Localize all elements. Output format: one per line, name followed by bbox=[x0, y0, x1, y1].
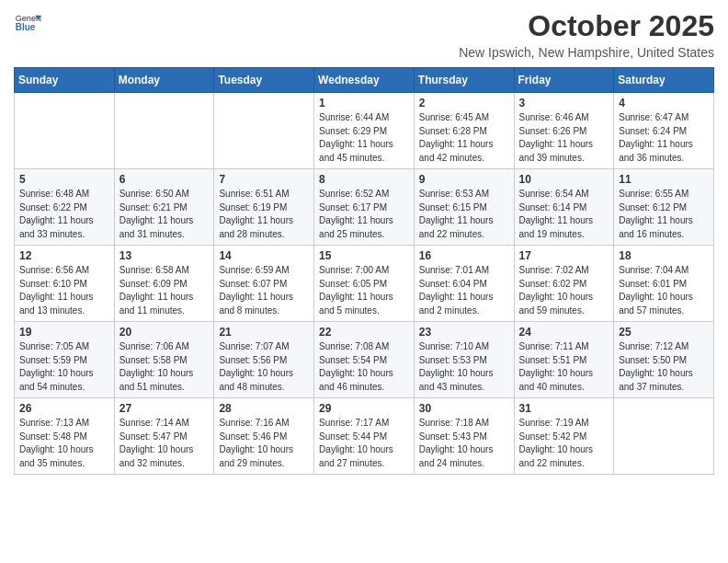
calendar-cell: 22 Sunrise: 7:08 AMSunset: 5:54 PMDaylig… bbox=[314, 322, 415, 398]
day-info: Sunrise: 7:12 AMSunset: 5:50 PMDaylight:… bbox=[619, 340, 709, 394]
calendar-cell: 29 Sunrise: 7:17 AMSunset: 5:44 PMDaylig… bbox=[314, 398, 415, 475]
month-title: October 2025 bbox=[459, 9, 714, 43]
weekday-header-thursday: Thursday bbox=[414, 68, 514, 93]
calendar-cell: 23 Sunrise: 7:10 AMSunset: 5:53 PMDaylig… bbox=[414, 322, 514, 398]
svg-text:Blue: Blue bbox=[16, 22, 36, 32]
day-number: 23 bbox=[419, 326, 509, 339]
location-title: New Ipswich, New Hampshire, United State… bbox=[459, 45, 714, 60]
day-number: 12 bbox=[19, 249, 109, 262]
week-row-0: 1 Sunrise: 6:44 AMSunset: 6:29 PMDayligh… bbox=[15, 93, 714, 169]
day-number: 4 bbox=[619, 97, 709, 109]
day-number: 3 bbox=[519, 97, 609, 109]
day-info: Sunrise: 7:19 AMSunset: 5:42 PMDaylight:… bbox=[519, 417, 609, 470]
weekday-header-sunday: Sunday bbox=[15, 68, 115, 93]
day-info: Sunrise: 6:52 AMSunset: 6:17 PMDaylight:… bbox=[319, 188, 409, 241]
calendar-cell: 5 Sunrise: 6:48 AMSunset: 6:22 PMDayligh… bbox=[15, 169, 115, 246]
day-info: Sunrise: 6:50 AMSunset: 6:21 PMDaylight:… bbox=[119, 188, 210, 241]
logo: General Blue bbox=[14, 9, 41, 37]
day-info: Sunrise: 6:48 AMSunset: 6:22 PMDaylight:… bbox=[19, 188, 109, 241]
day-info: Sunrise: 6:44 AMSunset: 6:29 PMDaylight:… bbox=[319, 111, 409, 165]
calendar-cell: 13 Sunrise: 6:58 AMSunset: 6:09 PMDaylig… bbox=[114, 246, 214, 322]
day-info: Sunrise: 7:11 AMSunset: 5:51 PMDaylight:… bbox=[519, 340, 609, 394]
calendar-cell: 4 Sunrise: 6:47 AMSunset: 6:24 PMDayligh… bbox=[614, 93, 714, 169]
weekday-header-monday: Monday bbox=[114, 68, 214, 93]
day-info: Sunrise: 7:13 AMSunset: 5:48 PMDaylight:… bbox=[19, 417, 109, 470]
calendar-cell: 17 Sunrise: 7:02 AMSunset: 6:02 PMDaylig… bbox=[514, 246, 614, 322]
day-number: 2 bbox=[419, 97, 509, 109]
day-number: 22 bbox=[319, 326, 409, 339]
calendar-cell: 6 Sunrise: 6:50 AMSunset: 6:21 PMDayligh… bbox=[114, 169, 214, 246]
weekday-header-tuesday: Tuesday bbox=[214, 68, 314, 93]
calendar-cell: 20 Sunrise: 7:06 AMSunset: 5:58 PMDaylig… bbox=[114, 322, 214, 398]
day-number: 1 bbox=[319, 97, 409, 109]
day-number: 10 bbox=[519, 173, 609, 186]
calendar-cell: 28 Sunrise: 7:16 AMSunset: 5:46 PMDaylig… bbox=[214, 398, 314, 475]
calendar-cell: 21 Sunrise: 7:07 AMSunset: 5:56 PMDaylig… bbox=[214, 322, 314, 398]
day-info: Sunrise: 6:46 AMSunset: 6:26 PMDaylight:… bbox=[519, 111, 609, 165]
calendar-table: SundayMondayTuesdayWednesdayThursdayFrid… bbox=[14, 67, 714, 475]
calendar-cell bbox=[614, 398, 714, 475]
day-number: 20 bbox=[119, 326, 210, 339]
calendar-cell: 9 Sunrise: 6:53 AMSunset: 6:15 PMDayligh… bbox=[414, 169, 514, 246]
calendar-cell: 14 Sunrise: 6:59 AMSunset: 6:07 PMDaylig… bbox=[214, 246, 314, 322]
weekday-header-saturday: Saturday bbox=[614, 68, 714, 93]
day-info: Sunrise: 7:08 AMSunset: 5:54 PMDaylight:… bbox=[319, 340, 409, 394]
day-number: 16 bbox=[419, 249, 509, 262]
day-info: Sunrise: 7:18 AMSunset: 5:43 PMDaylight:… bbox=[419, 417, 509, 470]
day-info: Sunrise: 7:14 AMSunset: 5:47 PMDaylight:… bbox=[119, 417, 210, 470]
calendar-cell: 8 Sunrise: 6:52 AMSunset: 6:17 PMDayligh… bbox=[314, 169, 415, 246]
logo-icon: General Blue bbox=[14, 9, 41, 37]
week-row-2: 12 Sunrise: 6:56 AMSunset: 6:10 PMDaylig… bbox=[15, 246, 714, 322]
day-number: 26 bbox=[19, 402, 109, 415]
calendar-cell: 11 Sunrise: 6:55 AMSunset: 6:12 PMDaylig… bbox=[614, 169, 714, 246]
day-number: 18 bbox=[619, 249, 709, 262]
day-info: Sunrise: 6:47 AMSunset: 6:24 PMDaylight:… bbox=[619, 111, 709, 165]
day-info: Sunrise: 6:51 AMSunset: 6:19 PMDaylight:… bbox=[219, 188, 309, 241]
day-number: 7 bbox=[219, 173, 309, 186]
day-info: Sunrise: 6:59 AMSunset: 6:07 PMDaylight:… bbox=[219, 264, 309, 317]
calendar-cell: 12 Sunrise: 6:56 AMSunset: 6:10 PMDaylig… bbox=[15, 246, 115, 322]
day-number: 6 bbox=[119, 173, 210, 186]
day-info: Sunrise: 7:17 AMSunset: 5:44 PMDaylight:… bbox=[319, 417, 409, 470]
day-number: 27 bbox=[119, 402, 210, 415]
week-row-3: 19 Sunrise: 7:05 AMSunset: 5:59 PMDaylig… bbox=[15, 322, 714, 398]
day-number: 19 bbox=[19, 326, 109, 339]
day-number: 5 bbox=[19, 173, 109, 186]
day-info: Sunrise: 7:10 AMSunset: 5:53 PMDaylight:… bbox=[419, 340, 509, 394]
day-number: 9 bbox=[419, 173, 509, 186]
day-number: 25 bbox=[619, 326, 709, 339]
day-info: Sunrise: 7:07 AMSunset: 5:56 PMDaylight:… bbox=[219, 340, 309, 394]
week-row-1: 5 Sunrise: 6:48 AMSunset: 6:22 PMDayligh… bbox=[15, 169, 714, 246]
day-info: Sunrise: 7:05 AMSunset: 5:59 PMDaylight:… bbox=[19, 340, 109, 394]
day-number: 28 bbox=[219, 402, 309, 415]
page-header: General Blue October 2025 New Ipswich, N… bbox=[14, 9, 714, 60]
day-number: 31 bbox=[519, 402, 609, 415]
calendar-cell: 18 Sunrise: 7:04 AMSunset: 6:01 PMDaylig… bbox=[614, 246, 714, 322]
calendar-cell bbox=[15, 93, 115, 169]
day-info: Sunrise: 6:56 AMSunset: 6:10 PMDaylight:… bbox=[19, 264, 109, 317]
calendar-cell: 30 Sunrise: 7:18 AMSunset: 5:43 PMDaylig… bbox=[414, 398, 514, 475]
day-number: 8 bbox=[319, 173, 409, 186]
calendar-cell: 24 Sunrise: 7:11 AMSunset: 5:51 PMDaylig… bbox=[514, 322, 614, 398]
calendar-cell bbox=[214, 93, 314, 169]
weekday-header-row: SundayMondayTuesdayWednesdayThursdayFrid… bbox=[15, 68, 714, 93]
day-info: Sunrise: 6:55 AMSunset: 6:12 PMDaylight:… bbox=[619, 188, 709, 241]
day-number: 29 bbox=[319, 402, 409, 415]
calendar-cell: 2 Sunrise: 6:45 AMSunset: 6:28 PMDayligh… bbox=[414, 93, 514, 169]
day-info: Sunrise: 6:58 AMSunset: 6:09 PMDaylight:… bbox=[119, 264, 210, 317]
day-number: 30 bbox=[419, 402, 509, 415]
day-info: Sunrise: 7:04 AMSunset: 6:01 PMDaylight:… bbox=[619, 264, 709, 317]
day-info: Sunrise: 6:54 AMSunset: 6:14 PMDaylight:… bbox=[519, 188, 609, 241]
week-row-4: 26 Sunrise: 7:13 AMSunset: 5:48 PMDaylig… bbox=[15, 398, 714, 475]
calendar-cell: 15 Sunrise: 7:00 AMSunset: 6:05 PMDaylig… bbox=[314, 246, 415, 322]
calendar-cell: 7 Sunrise: 6:51 AMSunset: 6:19 PMDayligh… bbox=[214, 169, 314, 246]
day-number: 17 bbox=[519, 249, 609, 262]
weekday-header-friday: Friday bbox=[514, 68, 614, 93]
calendar-cell: 1 Sunrise: 6:44 AMSunset: 6:29 PMDayligh… bbox=[314, 93, 415, 169]
calendar-cell: 19 Sunrise: 7:05 AMSunset: 5:59 PMDaylig… bbox=[15, 322, 115, 398]
calendar-cell: 3 Sunrise: 6:46 AMSunset: 6:26 PMDayligh… bbox=[514, 93, 614, 169]
day-info: Sunrise: 7:00 AMSunset: 6:05 PMDaylight:… bbox=[319, 264, 409, 317]
calendar-cell: 26 Sunrise: 7:13 AMSunset: 5:48 PMDaylig… bbox=[15, 398, 115, 475]
calendar-cell: 27 Sunrise: 7:14 AMSunset: 5:47 PMDaylig… bbox=[114, 398, 214, 475]
day-number: 14 bbox=[219, 249, 309, 262]
